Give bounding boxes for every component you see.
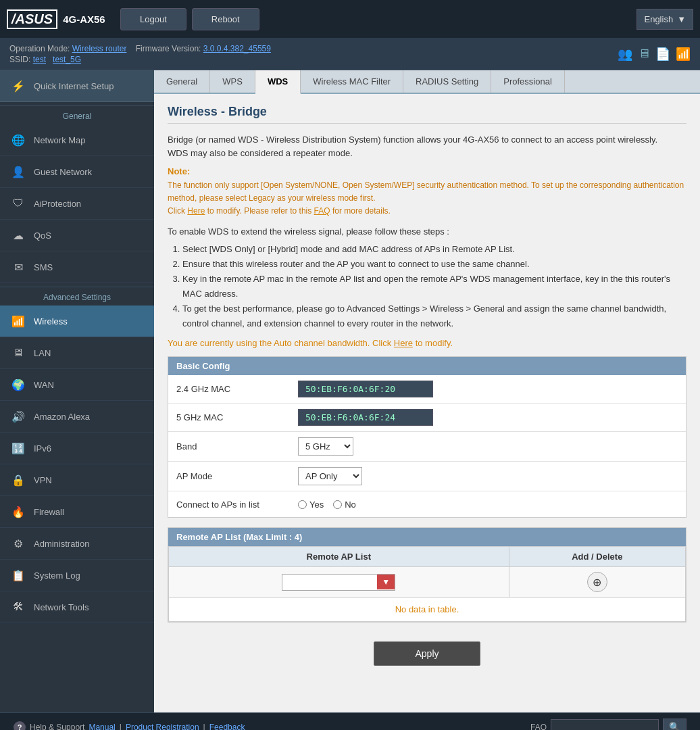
quick-setup-icon: ⚡ — [9, 77, 27, 95]
manual-link[interactable]: Manual — [89, 723, 115, 731]
language-selector[interactable]: English ▼ — [636, 9, 693, 30]
sidebar-item-lan[interactable]: 🖥 LAN — [0, 337, 154, 369]
step-1: Select [WDS Only] or [Hybrid] mode and a… — [182, 242, 686, 257]
sidebar-item-guest-network[interactable]: 👤 Guest Network — [0, 156, 154, 188]
sidebar-item-aiprotection[interactable]: 🛡 AiProtection — [0, 188, 154, 220]
sidebar-label-network-tools: Network Tools — [34, 602, 89, 612]
info-bar-icons: 👥 🖥 📄 📶 — [618, 47, 691, 62]
sidebar-item-qos[interactable]: ☁ QoS — [0, 220, 154, 251]
ap-mode-select[interactable]: AP Only WDS Only Hybrid — [298, 467, 362, 485]
sidebar-label-qos: QoS — [34, 230, 51, 241]
qos-icon: ☁ — [9, 226, 27, 244]
quick-setup-label: Quick Internet Setup — [34, 81, 114, 91]
sidebar-item-ipv6[interactable]: 🔢 IPv6 — [0, 433, 154, 464]
mac-24-input[interactable] — [298, 381, 433, 397]
sidebar-item-sms[interactable]: ✉ SMS — [0, 251, 154, 283]
mac-24-row: 2.4 GHz MAC — [168, 375, 686, 404]
firewall-icon: 🔥 — [9, 503, 27, 520]
sidebar-label-guest-network: Guest Network — [34, 167, 92, 177]
remote-ap-col1-header: Remote AP List — [169, 547, 509, 567]
basic-config-section: Basic Config 2.4 GHz MAC 5 GHz MAC Band — [168, 356, 686, 518]
step-2: Ensure that this wireless router and the… — [182, 257, 686, 272]
ap-dropdown-btn[interactable]: ▼ — [377, 575, 395, 589]
sidebar-label-firewall: Firewall — [34, 507, 64, 517]
feedback-link[interactable]: Feedback — [209, 723, 245, 731]
wireless-icon: 📶 — [9, 312, 27, 330]
mac-24-label: 2.4 GHz MAC — [176, 384, 298, 394]
language-label: English — [644, 14, 673, 24]
firmware-label: Firmware Version: — [136, 44, 201, 53]
faq-label: FAQ — [530, 723, 547, 731]
signal-icon[interactable]: 📶 — [676, 47, 691, 62]
tab-wps[interactable]: WPS — [210, 70, 255, 93]
faq-search-button[interactable]: 🔍 — [663, 719, 686, 730]
ap-mac-input[interactable] — [282, 575, 377, 590]
logo-area: /ASUS 4G-AX56 — [7, 9, 115, 29]
sidebar-label-aiprotection: AiProtection — [34, 199, 81, 209]
note-faq-link[interactable]: FAQ — [314, 206, 330, 216]
monitor-icon[interactable]: 🖥 — [638, 47, 650, 61]
aiprotection-icon: 🛡 — [9, 195, 27, 212]
ssid-24[interactable]: test — [33, 55, 46, 64]
file-icon[interactable]: 📄 — [655, 47, 670, 62]
tabs-row: General WPS WDS Wireless MAC Filter RADI… — [154, 70, 700, 94]
note-label: Note: — [168, 166, 686, 176]
connect-aps-label: Connect to APs in list — [176, 500, 298, 510]
note-here-link[interactable]: Here — [187, 206, 205, 216]
sidebar-item-administration[interactable]: ⚙ Administration — [0, 528, 154, 560]
sidebar-item-network-map[interactable]: 🌐 Network Map — [0, 124, 154, 156]
sidebar-item-vpn[interactable]: 🔒 VPN — [0, 464, 154, 496]
sidebar-item-amazon-alexa[interactable]: 🔊 Amazon Alexa — [0, 401, 154, 433]
vpn-icon: 🔒 — [9, 471, 27, 489]
sidebar-item-firewall[interactable]: 🔥 Firewall — [0, 496, 154, 528]
operation-mode-value[interactable]: Wireless router — [72, 44, 127, 53]
sidebar-item-network-tools[interactable]: 🛠 Network Tools — [0, 591, 154, 623]
users-icon[interactable]: 👥 — [618, 47, 632, 62]
remote-ap-table: Remote AP List Add / Delete ▼ — [168, 546, 686, 622]
connect-yes-radio[interactable] — [298, 500, 307, 509]
ap-add-cell: ⊕ — [509, 567, 685, 598]
logout-button[interactable]: Logout — [120, 8, 186, 30]
sidebar-item-quick-setup[interactable]: ⚡ Quick Internet Setup — [0, 70, 154, 102]
mac-5-input[interactable] — [298, 409, 433, 426]
faq-search-input[interactable] — [551, 719, 659, 731]
steps-intro: To enable WDS to extend the wireless sig… — [168, 226, 686, 237]
footer-faq: FAQ 🔍 — [530, 719, 686, 730]
tab-wds[interactable]: WDS — [255, 70, 301, 94]
help-icon[interactable]: ? — [14, 721, 26, 731]
connect-no-radio[interactable] — [333, 500, 342, 509]
lan-icon: 🖥 — [9, 344, 27, 362]
tab-general[interactable]: General — [154, 70, 210, 93]
remote-ap-section: Remote AP List (Max Limit : 4) Remote AP… — [168, 527, 686, 623]
warn-text: You are currently using the Auto channel… — [168, 338, 686, 348]
sidebar-item-system-log[interactable]: 📋 System Log — [0, 560, 154, 591]
tab-wireless-mac-filter[interactable]: Wireless MAC Filter — [301, 70, 403, 93]
tab-professional[interactable]: Professional — [491, 70, 565, 93]
lang-chevron-icon: ▼ — [677, 14, 686, 24]
help-support-label: Help & Support — [30, 723, 84, 731]
connect-no-label[interactable]: No — [333, 500, 356, 510]
ssid-5g[interactable]: test_5G — [53, 55, 81, 64]
mac-5-value — [298, 409, 678, 426]
ipv6-icon: 🔢 — [9, 439, 27, 457]
general-section-label: General — [0, 105, 154, 124]
reboot-button[interactable]: Reboot — [192, 8, 259, 30]
sidebar-item-wireless[interactable]: 📶 Wireless — [0, 306, 154, 337]
firmware-value[interactable]: 3.0.0.4.382_45559 — [203, 44, 271, 53]
warn-here-link[interactable]: Here — [394, 338, 413, 348]
asus-logo: /ASUS — [7, 9, 57, 29]
model-name: 4G-AX56 — [63, 14, 105, 25]
add-ap-button[interactable]: ⊕ — [587, 572, 607, 592]
note-middle: to modify. Please refer to this — [207, 206, 314, 216]
connect-yes-label[interactable]: Yes — [298, 500, 324, 510]
sidebar-label-lan: LAN — [34, 348, 51, 358]
tab-radius-setting[interactable]: RADIUS Setting — [403, 70, 491, 93]
sidebar-item-wan[interactable]: 🌍 WAN — [0, 369, 154, 401]
note-box: The function only support [Open System/N… — [168, 179, 686, 218]
advanced-section-label: Advanced Settings — [0, 287, 154, 306]
product-registration-link[interactable]: Product Registration — [126, 723, 199, 731]
basic-config-header: Basic Config — [168, 357, 686, 375]
band-select[interactable]: 2.4 GHz 5 GHz — [298, 437, 353, 456]
apply-button[interactable]: Apply — [374, 641, 480, 666]
connect-yes-text: Yes — [309, 500, 324, 510]
